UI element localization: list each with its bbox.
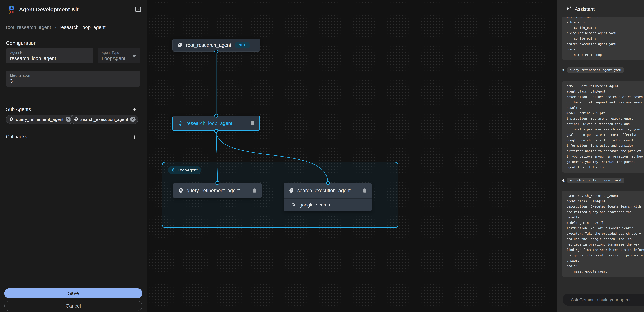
code-text: max_iterations: 3 sub_agents: - config_p… [566, 17, 644, 58]
assistant-input[interactable] [562, 294, 644, 306]
sub-agent-chip[interactable]: query_refinement_agent ✕ [6, 115, 74, 124]
add-sub-agent-button[interactable]: + [131, 106, 138, 114]
port-query-top[interactable] [216, 181, 219, 185]
chip-label: query_refinement_agent [16, 117, 64, 122]
search-icon [291, 202, 296, 208]
list-number: 4. [562, 178, 565, 182]
loop-icon [172, 168, 176, 172]
inline-code-filename: query_refinement_agent.yaml [567, 67, 624, 73]
collapse-panel-icon[interactable] [135, 6, 142, 12]
port-loop-top[interactable] [214, 114, 218, 118]
assistant-header: Assistant [558, 0, 644, 17]
agent-head-icon [288, 188, 294, 193]
code-block-search-execution: name: Search_Execution_Agent agent_class… [562, 190, 644, 277]
agent-head-icon [177, 42, 183, 48]
agent-type-select[interactable]: Agent Type LoopAgent [98, 48, 140, 63]
agent-head-icon [74, 117, 78, 122]
divider [0, 129, 146, 129]
divider [0, 285, 146, 285]
agent-type-label: Agent Type [102, 51, 119, 55]
node-label: research_loop_agent [186, 120, 232, 126]
node-search-execution-agent[interactable]: search_execution_agent google_search [284, 183, 372, 211]
add-callback-button[interactable]: + [131, 134, 138, 141]
delete-node-icon[interactable] [252, 188, 257, 193]
sub-agents-heading: Sub Agents [6, 107, 31, 112]
agent-type-value: LoopAgent [102, 56, 125, 61]
port-loop-bottom[interactable] [214, 129, 218, 133]
node-label: query_refinement_agent [187, 188, 240, 193]
chevron-down-icon [132, 55, 136, 58]
breadcrumb-parent[interactable]: root_research_agent [6, 24, 51, 30]
node-label: search_execution_agent [297, 188, 350, 193]
remove-chip-icon[interactable]: ✕ [66, 116, 71, 122]
code-text: name: Query_Refinement_Agent agent_class… [566, 84, 644, 170]
list-item-4: 4. search_execution_agent.yaml [562, 178, 624, 183]
code-text: name: Search_Execution_Agent agent_class… [566, 193, 644, 274]
delete-node-icon[interactable] [250, 120, 255, 126]
loop-agent-group-badge: LoopAgent [168, 166, 201, 174]
agent-head-icon [9, 117, 14, 122]
port-root-bottom[interactable] [214, 50, 218, 54]
code-block-loop-config: max_iterations: 3 sub_agents: - config_p… [562, 17, 644, 60]
root-badge: ROOT [235, 42, 250, 48]
agent-development-kit-window: LoopAgent root_research_agent ROOT [0, 0, 644, 312]
assistant-scroll-area[interactable]: max_iterations: 3 sub_agents: - config_p… [558, 17, 644, 284]
breadcrumb: root_research_agent › research_loop_agen… [6, 24, 106, 30]
max-iteration-field[interactable]: Max Iteration 3 [6, 71, 140, 86]
graph-canvas[interactable]: LoopAgent root_research_agent ROOT [147, 0, 557, 312]
assistant-panel: max_iterations: 3 sub_agents: - config_p… [557, 0, 644, 312]
inline-code-filename: search_execution_agent.yaml [567, 178, 624, 183]
agent-head-icon [178, 188, 184, 193]
list-number: 3. [562, 68, 565, 72]
port-search-top[interactable] [326, 181, 330, 185]
configuration-heading: Configuration [6, 40, 36, 46]
divider [0, 33, 146, 33]
chevron-right-icon: › [54, 24, 56, 30]
delete-node-icon[interactable] [362, 188, 367, 193]
max-iteration-value: 3 [10, 78, 13, 84]
config-sidebar: Agent Development Kit root_research_agen… [0, 0, 147, 312]
tool-label: google_search [300, 202, 330, 208]
agent-name-field[interactable]: Agent Name research_loop_agent [6, 48, 94, 63]
adk-robot-logo [8, 6, 15, 14]
agent-name-label: Agent Name [10, 51, 29, 55]
remove-chip-icon[interactable]: ✕ [130, 116, 136, 122]
code-block-query-refinement: name: Query_Refinement_Agent agent_class… [562, 81, 644, 172]
save-button[interactable]: Save [4, 288, 142, 298]
assistant-title: Assistant [575, 6, 594, 12]
chip-label: search_execution_agent [80, 117, 128, 122]
node-label: root_research_agent [186, 42, 231, 48]
app-title: Agent Development Kit [19, 6, 78, 13]
group-badge-label: LoopAgent [178, 168, 198, 172]
sub-agent-chip[interactable]: search_execution_agent ✕ [70, 115, 138, 124]
callbacks-heading: Callbacks [6, 134, 27, 140]
node-query-refinement-agent[interactable]: query_refinement_agent [173, 183, 262, 198]
max-iteration-label: Max Iteration [10, 74, 30, 78]
cancel-button[interactable]: Cancel [4, 301, 142, 311]
gemini-sparkle-icon [566, 6, 572, 12]
node-research-loop-agent[interactable]: research_loop_agent [172, 116, 260, 131]
tool-google-search[interactable]: google_search [284, 198, 372, 211]
breadcrumb-current: research_loop_agent [60, 24, 106, 30]
list-item-3: 3. query_refinement_agent.yaml [562, 67, 624, 73]
loop-icon [178, 120, 183, 126]
sidebar-header: Agent Development Kit [0, 0, 146, 19]
agent-name-value: research_loop_agent [10, 56, 56, 61]
